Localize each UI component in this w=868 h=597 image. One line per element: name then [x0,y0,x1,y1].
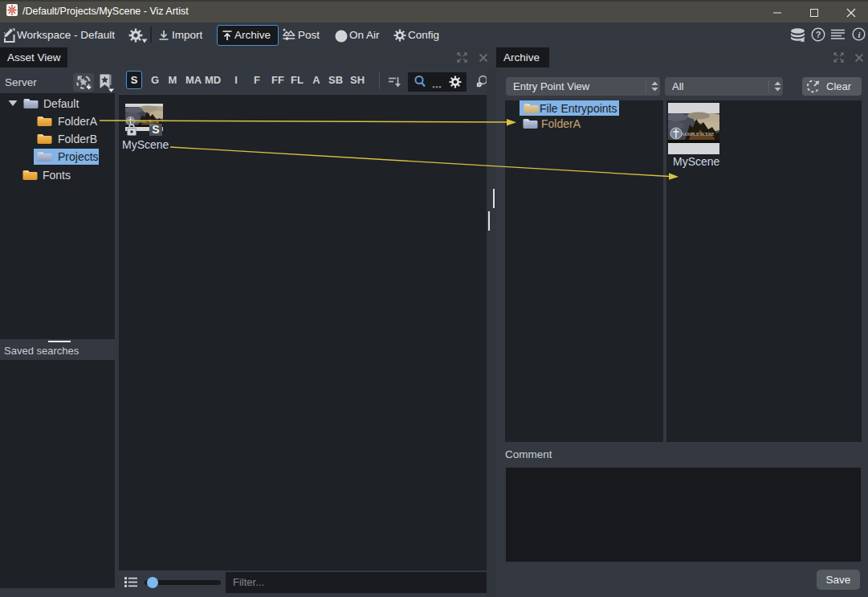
svg-text:SAMPLE SCENE: SAMPLE SCENE [682,132,715,137]
svg-text:?: ? [816,30,821,39]
svg-text:i: i [858,30,861,39]
